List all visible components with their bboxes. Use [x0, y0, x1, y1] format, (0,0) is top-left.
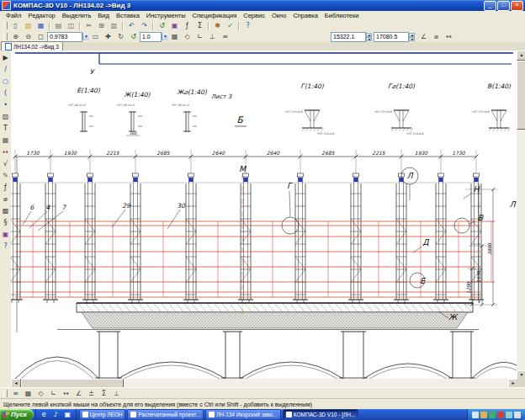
- snap-icon[interactable]: ◇: [182, 31, 194, 42]
- vertical-scroll-thumb[interactable]: [517, 61, 525, 130]
- cut-icon[interactable]: ✂: [83, 20, 95, 31]
- measure-tool-icon[interactable]: ⌀: [0, 194, 11, 205]
- menu-item[interactable]: Редактор: [24, 11, 58, 20]
- drawing-line: [169, 304, 176, 312]
- zoom-dropdown-icon[interactable]: ▼: [82, 33, 89, 40]
- angle-icon[interactable]: ∠: [418, 31, 430, 42]
- menu-item[interactable]: Справка: [289, 11, 321, 20]
- menu-item[interactable]: Окно: [268, 11, 289, 20]
- tray-icon[interactable]: [489, 412, 496, 418]
- arc-icon[interactable]: (: [0, 88, 11, 98]
- paste-icon[interactable]: ▥: [109, 20, 120, 31]
- line-icon[interactable]: /: [0, 64, 11, 75]
- collections-icon[interactable]: ▣: [0, 229, 11, 240]
- start-button[interactable]: Пуск: [0, 409, 34, 420]
- taskbar-window-button[interactable]: ЛН-134 Икорский заво...: [205, 409, 281, 420]
- text-icon[interactable]: T: [0, 123, 11, 134]
- horizontal-scrollbar[interactable]: [11, 379, 517, 387]
- menu-item[interactable]: Выделить: [59, 11, 95, 20]
- tray-icon[interactable]: [506, 412, 512, 418]
- save-icon[interactable]: ▦: [35, 20, 47, 31]
- view-callout-letter: Н: [473, 184, 480, 194]
- panel-help-icon[interactable]: ?: [0, 241, 11, 252]
- pan-icon[interactable]: ✚: [103, 31, 114, 42]
- toolbar-grip[interactable]: [3, 22, 8, 29]
- menu-item[interactable]: Сервис: [240, 11, 268, 20]
- designation-icon[interactable]: √: [0, 158, 11, 169]
- refresh-icon[interactable]: ↺: [128, 31, 140, 42]
- spin-down-icon[interactable]: [366, 37, 372, 41]
- dimension-text: 3800: [487, 243, 492, 255]
- edit-icon[interactable]: ✎: [0, 170, 11, 181]
- pointer-icon[interactable]: ▶: [0, 52, 11, 63]
- rebuild-view-icon[interactable]: ↺: [156, 20, 168, 31]
- coordinate-x-spinner[interactable]: [366, 33, 372, 41]
- help-icon[interactable]: ?: [242, 20, 254, 31]
- menu-item[interactable]: Вид: [94, 11, 113, 20]
- local-csys-icon[interactable]: ⊥: [207, 31, 219, 42]
- menu-item[interactable]: Вставка: [113, 11, 143, 20]
- internet-explorer-icon[interactable]: e: [39, 409, 49, 420]
- variables-icon[interactable]: ƒ: [182, 20, 194, 31]
- new-document-icon[interactable]: ▯: [10, 20, 22, 31]
- section-note: ЧЛ7 4Я-41-И: [172, 104, 189, 107]
- menu-item[interactable]: Инструменты: [143, 11, 189, 20]
- undo-icon[interactable]: ↶: [126, 20, 138, 31]
- show-desktop-icon[interactable]: ▣: [62, 409, 72, 420]
- minimize-button[interactable]: [484, 1, 496, 11]
- taskbar-window-button[interactable]: Распечатанный проект...: [127, 409, 204, 420]
- close-button[interactable]: [511, 1, 523, 11]
- drawing-line: [464, 304, 471, 312]
- drawing-canvas[interactable]: УЕ(1:40)ЧЛ7 4Я-41-ИЖ(1:40)ЧЛ7 4Я-41-И160…: [11, 51, 517, 379]
- print-preview-icon[interactable]: ◫: [66, 20, 77, 31]
- step-dropdown-icon[interactable]: ▼: [162, 33, 168, 40]
- zoom-fit-icon[interactable]: ▭: [90, 31, 102, 42]
- grid-icon[interactable]: ▦: [169, 31, 181, 42]
- point-icon[interactable]: •: [0, 99, 11, 110]
- rotate-view-icon[interactable]: ↻: [115, 31, 127, 42]
- diameter-icon[interactable]: ⌀: [431, 31, 443, 42]
- print-icon[interactable]: ▤: [53, 20, 65, 31]
- parametric-icon[interactable]: ƒ: [0, 182, 11, 193]
- select-icon[interactable]: ▩: [0, 205, 11, 216]
- toolbar-grip[interactable]: [3, 33, 8, 40]
- copy-icon[interactable]: ⊞: [96, 20, 108, 31]
- calculator-icon[interactable]: Σ: [194, 20, 206, 31]
- taskbar-window-button[interactable]: Центр ЛЕОН: [79, 409, 126, 420]
- coordinate-x-field[interactable]: 15322.1: [331, 32, 366, 42]
- coordinate-y-spinner[interactable]: [409, 33, 415, 41]
- measure-icon[interactable]: ↔: [443, 31, 455, 42]
- coordinate-y-value: 17080.5: [376, 33, 397, 40]
- scroll-up-icon[interactable]: [517, 51, 525, 61]
- menu-item[interactable]: Библиотеки: [321, 11, 363, 20]
- spin-down-icon[interactable]: [409, 37, 415, 41]
- library-manager-icon[interactable]: ▣: [169, 20, 181, 31]
- toolbar-grip[interactable]: [3, 390, 8, 397]
- ortho-icon[interactable]: ∟: [194, 31, 206, 42]
- tray-icon[interactable]: [514, 412, 521, 418]
- media-player-icon[interactable]: ♪: [50, 409, 61, 420]
- menu-item[interactable]: Спецификация: [189, 11, 241, 20]
- hatch-icon[interactable]: ▨: [0, 111, 11, 122]
- tray-icon[interactable]: [472, 412, 479, 418]
- tray-icon[interactable]: [480, 412, 487, 418]
- vertical-scrollbar[interactable]: [517, 51, 525, 379]
- spell-check-icon[interactable]: ✓: [225, 20, 236, 31]
- document-tab[interactable]: ЛН134.02 ->Вид 3: [1, 41, 63, 51]
- cursor-step-field[interactable]: 1.0: [140, 32, 162, 42]
- tray-icon[interactable]: [497, 412, 504, 418]
- taskbar-window-button[interactable]: КОМПАС-3D V10 - [ЛН...: [283, 409, 359, 420]
- menu-item[interactable]: Файл: [3, 11, 24, 20]
- drawing-svg[interactable]: УЕ(1:40)ЧЛ7 4Я-41-ИЖ(1:40)ЧЛ7 4Я-41-И160…: [11, 51, 517, 379]
- properties-icon[interactable]: ✱: [212, 20, 224, 31]
- layers-icon[interactable]: ≡: [220, 31, 231, 42]
- coordinate-y-field[interactable]: 17080.5: [374, 32, 409, 42]
- maximize-button[interactable]: [497, 1, 510, 11]
- open-document-icon[interactable]: ▨: [23, 20, 34, 31]
- redo-icon[interactable]: ↷: [139, 20, 151, 31]
- dimension-icon[interactable]: ↔: [0, 146, 11, 157]
- specification-icon[interactable]: §: [0, 217, 11, 228]
- circle-icon[interactable]: ○: [0, 76, 11, 87]
- zoom-combobox[interactable]: 0.9783: [47, 32, 82, 42]
- table-icon[interactable]: ▦: [0, 135, 11, 146]
